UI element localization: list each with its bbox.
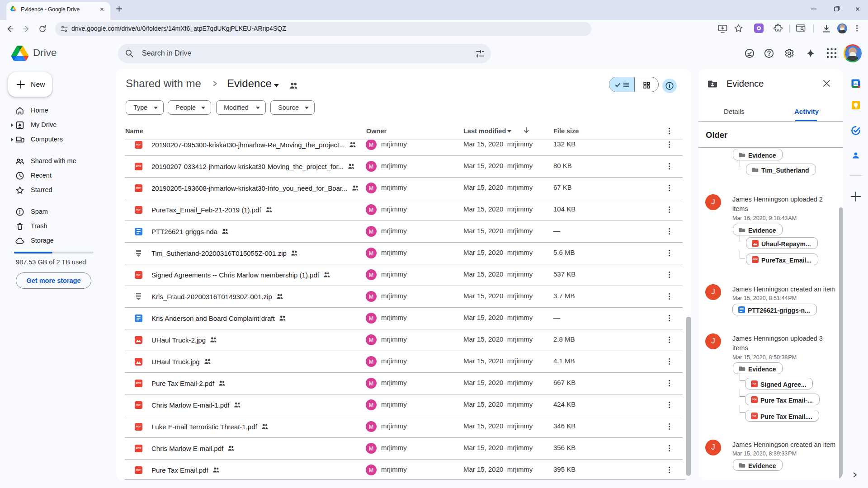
- svg-text:31: 31: [854, 82, 858, 86]
